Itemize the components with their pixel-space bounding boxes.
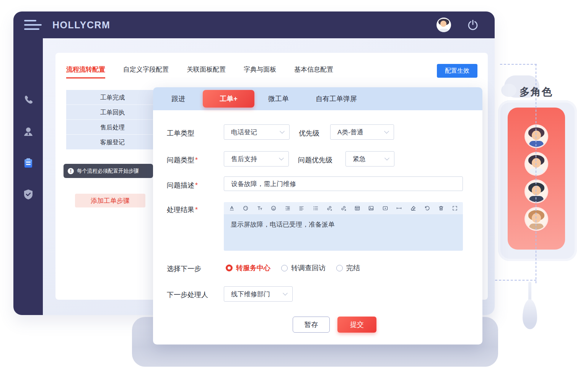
list-item-service-register[interactable]: 客服登记 — [66, 135, 159, 150]
tab-ticket-plus[interactable]: 工单+ — [203, 90, 254, 108]
tab-linked-panel[interactable]: 关联面板配置 — [187, 65, 226, 78]
indent-icon[interactable] — [285, 205, 291, 211]
next-handler-label: 下一步处理人 — [167, 290, 208, 299]
list-item-ticket-receipt[interactable]: 工单回执 — [66, 105, 159, 120]
multi-role-panel — [508, 108, 565, 250]
role-avatar-2 — [524, 152, 548, 176]
avatar-torso — [529, 224, 544, 230]
priority-label: 优先级 — [299, 129, 319, 138]
avatar-torso — [529, 196, 544, 203]
sidebar — [13, 38, 43, 315]
next-step-options: 转服务中心 转调查回访 完结 — [226, 263, 360, 273]
align-left-icon[interactable] — [298, 205, 305, 211]
next-handler-select[interactable]: 线下维修部门 — [224, 286, 293, 302]
notice-tooltip: ! 每个流程必须配置开始步骤 — [64, 164, 153, 178]
tab-dictionary-panel[interactable]: 字典与面板 — [244, 65, 276, 78]
eraser-icon[interactable] — [410, 205, 416, 211]
issue-desc-label: 问题描述* — [167, 181, 198, 190]
tab-own-ticket-popup[interactable]: 自有工单弹屏 — [316, 94, 357, 103]
list-item-aftersales[interactable]: 售后处理 — [66, 120, 159, 135]
power-icon[interactable] — [467, 19, 479, 31]
radio-survey-callback[interactable]: 转调查回访 — [281, 263, 326, 273]
chevron-down-icon — [279, 155, 284, 160]
shield-check-icon[interactable] — [22, 188, 34, 201]
emoji-icon[interactable] — [270, 205, 277, 211]
editor-toolbar — [224, 202, 463, 215]
radio-dot-icon — [226, 265, 233, 271]
radio-service-center[interactable]: 转服务中心 — [226, 263, 270, 273]
role-avatar-3 — [524, 180, 548, 203]
font-size-icon[interactable] — [257, 205, 263, 211]
role-avatar-1 — [524, 124, 548, 148]
user-icon[interactable] — [22, 126, 34, 138]
role-avatar-4 — [524, 207, 548, 231]
tab-flow-config[interactable]: 流程流转配置 — [66, 65, 105, 78]
avatar-face — [532, 186, 541, 195]
fullscreen-icon[interactable] — [452, 205, 458, 211]
chevron-down-icon — [280, 129, 285, 134]
issue-priority-select[interactable]: 紧急 — [345, 151, 394, 167]
link-add-icon[interactable] — [326, 205, 332, 211]
page: 多角色 HOLLYCRM — [0, 0, 588, 369]
ticket-type-value: 电话登记 — [231, 128, 257, 137]
avatar-face — [532, 158, 541, 168]
result-editor[interactable]: 显示屏故障，电话已受理，准备派单 — [224, 202, 463, 251]
required-mark: * — [195, 206, 198, 214]
video-icon[interactable] — [382, 205, 388, 211]
result-label: 处理结果* — [167, 205, 198, 214]
trash-icon[interactable] — [438, 205, 444, 211]
color-palette-icon[interactable] — [243, 205, 249, 211]
next-step-label: 选择下一步 — [167, 264, 201, 273]
notice-text: 每个流程必须配置开始步骤 — [77, 168, 139, 175]
exclamation-icon: ! — [68, 168, 74, 174]
menu-icon[interactable] — [24, 18, 42, 31]
font-underline-icon[interactable] — [229, 205, 235, 211]
chevron-down-icon — [384, 155, 389, 160]
topbar-right — [437, 18, 479, 32]
list-item-ticket-complete[interactable]: 工单完成 — [66, 90, 159, 105]
clipboard-icon[interactable] — [22, 157, 34, 169]
chevron-down-icon — [283, 291, 288, 296]
workflow-step-list: 工单完成 工单回执 售后处理 客服登记 — [66, 90, 159, 150]
tab-custom-fields[interactable]: 自定义字段配置 — [123, 65, 169, 78]
issue-desc-input[interactable]: 设备故障，需上门维修 — [224, 176, 463, 191]
horizontal-rule-icon[interactable] — [396, 205, 402, 211]
link-remove-icon[interactable] — [340, 205, 347, 211]
dashed-guide-top — [500, 64, 537, 65]
issue-type-label: 问题类型* — [167, 155, 198, 165]
radio-finish[interactable]: 完结 — [336, 263, 360, 273]
priority-value: A类-普通 — [337, 128, 363, 137]
image-icon[interactable] — [368, 205, 374, 211]
radio-dot-icon — [281, 265, 288, 271]
table-icon[interactable] — [354, 205, 360, 211]
config-tabs: 流程流转配置 自定义字段配置 关联面板配置 字典与面板 基本信息配置 — [66, 65, 333, 78]
tab-followup[interactable]: 跟进 — [171, 94, 185, 103]
issue-type-select[interactable]: 售后支持 — [224, 151, 289, 167]
required-mark: * — [195, 181, 198, 189]
issue-type-value: 售后支持 — [231, 155, 257, 163]
undo-icon[interactable] — [424, 205, 430, 211]
save-draft-button[interactable]: 暂存 — [293, 317, 330, 333]
chevron-down-icon — [384, 129, 389, 134]
avatar-face — [532, 131, 541, 140]
avatar-torso — [529, 141, 544, 148]
tab-basic-info[interactable]: 基本信息配置 — [294, 65, 333, 78]
radio-dot-icon — [336, 265, 343, 271]
avatar-face — [440, 21, 446, 27]
issue-priority-value: 紧急 — [353, 155, 366, 163]
next-handler-value: 线下维修部门 — [231, 290, 270, 299]
tab-micro-ticket[interactable]: 微工单 — [268, 94, 289, 103]
app-title: HOLLYCRM — [52, 20, 110, 31]
submit-button[interactable]: 提交 — [337, 317, 376, 333]
priority-select[interactable]: A类-普通 — [330, 124, 394, 140]
dashed-guide-bottom — [495, 280, 536, 281]
add-step-button[interactable]: 添加工单步骤 — [75, 194, 145, 207]
apply-config-button[interactable]: 配置生效 — [437, 64, 477, 78]
avatar-torso — [529, 168, 544, 175]
issue-desc-value: 设备故障，需上门维修 — [231, 180, 296, 188]
result-editor-content[interactable]: 显示屏故障，电话已受理，准备派单 — [224, 215, 463, 251]
ticket-type-select[interactable]: 电话登记 — [224, 124, 290, 140]
phone-icon[interactable] — [22, 94, 34, 106]
user-avatar[interactable] — [437, 18, 451, 32]
list-icon[interactable] — [313, 205, 319, 211]
